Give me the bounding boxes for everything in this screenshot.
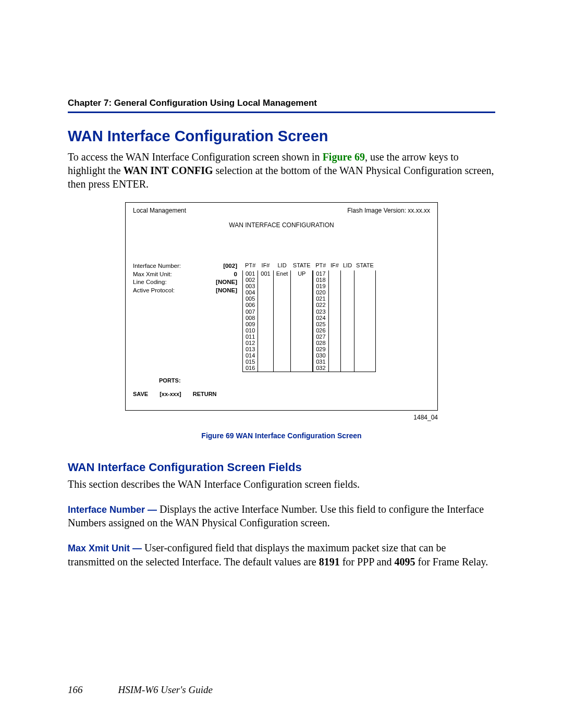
cell xyxy=(341,334,354,340)
cell: Enet xyxy=(273,270,291,277)
cell: 028 xyxy=(313,340,328,346)
table-row: 007 xyxy=(243,309,313,315)
cell: 016 xyxy=(243,365,258,372)
cell xyxy=(354,365,376,372)
cell xyxy=(341,283,354,289)
cell xyxy=(341,359,354,365)
cell xyxy=(291,352,313,359)
table-row: 011 xyxy=(243,334,313,340)
cell xyxy=(258,289,273,295)
cell xyxy=(258,334,273,340)
table-row: 027 xyxy=(313,334,376,340)
table-row: 019 xyxy=(313,283,376,289)
cell xyxy=(354,340,376,346)
cell xyxy=(354,334,376,340)
col-header: IF# xyxy=(258,262,273,270)
table-row: 014 xyxy=(243,352,313,359)
cell: 023 xyxy=(313,309,328,315)
table-row: 009 xyxy=(243,321,313,327)
cell: 019 xyxy=(313,283,328,289)
cell xyxy=(354,302,376,308)
chapter-header: Chapter 7: General Configuration Using L… xyxy=(68,98,495,113)
screen-bottom: SAVE [xx-xxx] RETURN xyxy=(133,391,430,397)
screen-tables: PT#IF#LIDSTATE001001EnetUP00200300400500… xyxy=(242,262,376,372)
table-row: 001001EnetUP xyxy=(243,270,313,277)
cell: 018 xyxy=(313,277,328,283)
col-header: PT# xyxy=(313,262,328,270)
cell xyxy=(258,277,273,283)
table-row: 026 xyxy=(313,327,376,334)
cell xyxy=(354,277,376,283)
table-row: 004 xyxy=(243,289,313,295)
fld-value: [002] xyxy=(223,262,237,270)
fld-value: [NONE] xyxy=(216,278,237,287)
table-row: 032 xyxy=(313,365,376,372)
table-row: 031 xyxy=(313,359,376,365)
return-button[interactable]: RETURN xyxy=(193,391,217,397)
cell xyxy=(258,315,273,321)
cell xyxy=(273,327,291,334)
cell: 003 xyxy=(243,283,258,289)
table-row: 005 xyxy=(243,295,313,302)
screen-top-left: Local Management xyxy=(133,207,186,214)
table-row: 017 xyxy=(313,270,376,277)
cell xyxy=(291,309,313,315)
range-text: [xx-xxx] xyxy=(160,391,181,397)
cell: 005 xyxy=(243,295,258,302)
table-row: 025 xyxy=(313,321,376,327)
cell xyxy=(273,321,291,327)
table-row: 020 xyxy=(313,289,376,295)
figure-id: 1484_04 xyxy=(125,414,438,421)
ports-label: PORTS: xyxy=(159,377,430,384)
cell xyxy=(273,277,291,283)
figure-wrap: Local Management Flash Image Version: xx… xyxy=(125,202,438,440)
cell: 001 xyxy=(243,270,258,277)
cell: 022 xyxy=(313,302,328,308)
save-button[interactable]: SAVE xyxy=(133,391,148,397)
cell xyxy=(341,309,354,315)
table-row: 016 xyxy=(243,365,313,372)
cell xyxy=(273,365,291,372)
cell xyxy=(328,334,341,340)
cell xyxy=(291,302,313,308)
cell xyxy=(328,321,341,327)
cell xyxy=(273,283,291,289)
cell xyxy=(291,359,313,365)
screen-title: WAN INTERFACE CONFIGURATION xyxy=(133,221,430,229)
cell: 026 xyxy=(313,327,328,334)
cell: 012 xyxy=(243,340,258,346)
cell xyxy=(258,346,273,352)
t: for PPP and xyxy=(340,556,395,567)
cell xyxy=(258,365,273,372)
fld-value: [NONE] xyxy=(216,287,237,295)
cell: 014 xyxy=(243,352,258,359)
cell: 029 xyxy=(313,346,328,352)
cell xyxy=(354,270,376,277)
table-row: 024 xyxy=(313,315,376,321)
field-name: Interface Number — xyxy=(68,504,157,515)
fld-value: 0 xyxy=(234,270,237,279)
table-row: 018 xyxy=(313,277,376,283)
cell xyxy=(341,302,354,308)
cell xyxy=(273,352,291,359)
cell xyxy=(273,334,291,340)
cell: 010 xyxy=(243,327,258,334)
table-row: 012 xyxy=(243,340,313,346)
cell xyxy=(341,295,354,302)
cell xyxy=(328,289,341,295)
cell xyxy=(328,352,341,359)
cell xyxy=(341,327,354,334)
col-header: LID xyxy=(273,262,291,270)
cell: 008 xyxy=(243,315,258,321)
cell xyxy=(354,352,376,359)
cell xyxy=(354,295,376,302)
cell xyxy=(341,365,354,372)
table-row: 023 xyxy=(313,309,376,315)
cell xyxy=(291,340,313,346)
figure-link[interactable]: Figure 69 xyxy=(323,151,365,163)
table-row: 028 xyxy=(313,340,376,346)
fld-label: Max Xmit Unit: xyxy=(133,270,172,279)
fld-label: Line Coding: xyxy=(133,278,167,287)
cell xyxy=(291,289,313,295)
table-row: 010 xyxy=(243,327,313,334)
